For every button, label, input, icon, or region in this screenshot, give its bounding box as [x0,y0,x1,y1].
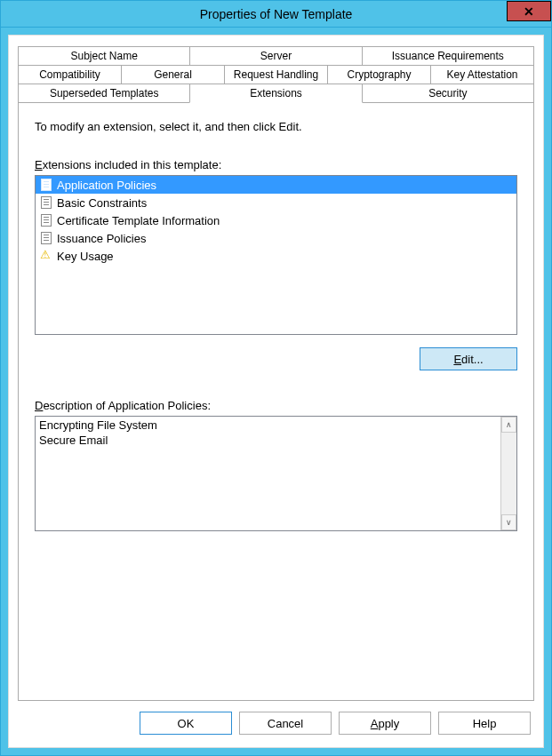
close-icon: ✕ [524,4,534,19]
tab-request-handling[interactable]: Request Handling [224,65,328,84]
apply-button[interactable]: Apply [339,712,431,735]
tab-row-1: Subject Name Server Issuance Requirement… [18,46,534,66]
extensions-list-label: Extensions included in this template: [35,158,517,171]
titlebar: Properties of New Template ✕ [1,1,551,28]
edit-button-row: Edit... [35,347,517,370]
list-item-label: Basic Constraints [57,196,147,210]
list-item-label: Issuance Policies [57,232,146,245]
tab-superseded-templates[interactable]: Superseded Templates [18,84,190,103]
help-button[interactable]: Help [438,712,531,735]
document-icon [39,231,53,245]
description-line: Encrypting File System [39,418,497,434]
instruction-text: To modify an extension, select it, and t… [35,120,517,133]
ok-button[interactable]: OK [140,712,232,735]
window-title: Properties of New Template [200,7,353,21]
tab-panel-extensions: To modify an extension, select it, and t… [18,102,534,701]
description-line: Secure Email [39,434,497,449]
window-frame: Subject Name Server Issuance Requirement… [1,28,551,755]
list-item[interactable]: Key Usage [36,247,516,265]
tab-cryptography[interactable]: Cryptography [327,65,431,84]
spacer [35,531,517,688]
extensions-listbox[interactable]: Application PoliciesBasic ConstraintsCer… [35,175,517,335]
list-item[interactable]: Issuance Policies [36,229,516,247]
document-icon [39,195,53,210]
tab-issuance-requirements[interactable]: Issuance Requirements [362,46,534,66]
tab-general[interactable]: General [121,65,225,84]
edit-button[interactable]: Edit... [420,347,517,370]
list-item-label: Key Usage [57,250,114,263]
description-text: Encrypting File SystemSecure Email [36,417,500,530]
list-item-label: Application Policies [57,179,156,192]
list-item[interactable]: Application Policies [36,176,516,194]
document-icon [39,178,53,192]
dialog-button-bar: OK Cancel Apply Help [18,701,534,738]
tab-row-2: Compatibility General Request Handling C… [18,66,534,84]
scroll-track[interactable] [501,433,516,514]
warning-icon [39,249,53,263]
document-icon [39,213,53,227]
list-item[interactable]: Certificate Template Information [36,211,516,229]
tab-compatibility[interactable]: Compatibility [18,65,122,84]
tab-security[interactable]: Security [362,84,534,103]
tab-row-3: Superseded Templates Extensions Security [18,84,534,103]
tab-subject-name[interactable]: Subject Name [18,46,190,66]
dialog-body: Subject Name Server Issuance Requirement… [8,35,544,748]
description-box: Encrypting File SystemSecure Email ∧ ∨ [35,416,517,531]
tab-extensions[interactable]: Extensions [189,84,362,103]
cancel-button[interactable]: Cancel [239,712,332,735]
tab-server[interactable]: Server [189,46,362,66]
description-scrollbar[interactable]: ∧ ∨ [500,417,516,530]
tab-control: Subject Name Server Issuance Requirement… [18,46,534,103]
scroll-up-button[interactable]: ∧ [501,417,516,433]
description-label: Description of Application Policies: [35,399,517,412]
scroll-down-button[interactable]: ∨ [501,514,516,530]
tab-key-attestation[interactable]: Key Attestation [430,65,534,84]
list-item-label: Certificate Template Information [57,214,220,227]
list-item[interactable]: Basic Constraints [36,194,516,211]
close-button[interactable]: ✕ [507,1,551,21]
dialog-window: Properties of New Template ✕ Subject Nam… [0,0,552,756]
